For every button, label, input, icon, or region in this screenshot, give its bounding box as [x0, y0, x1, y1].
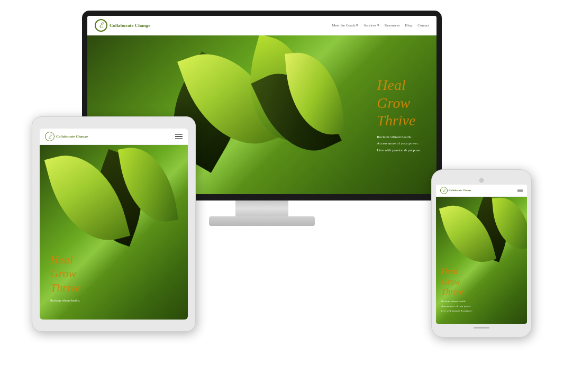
phone-logo: ℰ Collaborate Change — [440, 187, 471, 194]
subtitle-line1: Reclaim vibrant health. — [377, 134, 421, 141]
phone-hero-overlay: Heal Grow Thrive Reclaim vibrant health.… — [441, 266, 472, 313]
monitor-hero-line3: Thrive — [377, 112, 421, 130]
phone-hero: Heal Grow Thrive Reclaim vibrant health.… — [436, 197, 527, 324]
phone-hero-line2: Grow — [441, 277, 472, 287]
phone-screen: ℰ Collaborate Change — [436, 185, 527, 324]
tablet-frame: ℰ Collaborate Change — [32, 116, 196, 332]
phone-camera — [479, 178, 484, 183]
phone: ℰ Collaborate Change — [431, 169, 532, 338]
tablet-hero-line3: Thrive — [50, 281, 80, 295]
monitor-hero-overlay: Heal Grow Thrive Reclaim vibrant health.… — [377, 76, 421, 154]
phone-subtitle-line2: Access more of your power. — [441, 304, 472, 308]
phone-subtitle-line3: Live with passion & purpose. — [441, 308, 472, 313]
nav-services[interactable]: Services ▾ — [363, 23, 379, 28]
subtitle-line2: Access more of your power. — [377, 140, 421, 147]
subtitle-line3: Live with passion & purpose. — [377, 147, 421, 154]
monitor-logo: ℰ Collaborate Change — [95, 19, 150, 32]
phone-subtitle-line1: Reclaim vibrant health. — [441, 299, 472, 304]
monitor-hero-line2: Grow — [377, 94, 421, 112]
phone-hero-title: Heal Grow Thrive — [441, 266, 472, 297]
monitor-stand-base — [209, 216, 315, 226]
hamburger-menu-icon[interactable] — [175, 134, 183, 139]
monitor-hero-title: Heal Grow Thrive — [377, 76, 421, 130]
tablet-hero-subtitle: Reclaim vibrant health. — [50, 298, 80, 304]
nav-contact[interactable]: Contact — [417, 23, 429, 28]
monitor-hero-subtitle: Reclaim vibrant health. Access more of y… — [377, 134, 421, 154]
tablet-subtitle-line1: Reclaim vibrant health. — [50, 298, 80, 304]
tablet-logo: ℰ Collaborate Change — [45, 132, 88, 141]
tablet-hero-overlay: Heal Grow Thrive Reclaim vibrant health. — [50, 253, 80, 304]
tablet-hero-title: Heal Grow Thrive — [50, 253, 80, 295]
phone-hamburger-icon[interactable] — [517, 189, 523, 192]
phone-hero-line3: Thrive — [441, 287, 472, 297]
nav-resources[interactable]: Resources — [385, 23, 400, 28]
nav-blog[interactable]: Blog — [405, 23, 413, 28]
monitor-logo-text: Collaborate Change — [110, 23, 150, 29]
monitor-nav: Meet the Coach ▾ Services ▾ Resources Bl… — [332, 23, 429, 28]
monitor-navbar: ℰ Collaborate Change Meet the Coach ▾ Se… — [87, 16, 436, 35]
tablet-hero-line2: Grow — [50, 267, 80, 280]
scene: ℰ Collaborate Change Meet the Coach ▾ Se… — [0, 0, 582, 392]
tablet-navbar: ℰ Collaborate Change — [40, 129, 188, 145]
tablet-hero-line1: Heal — [50, 253, 80, 267]
tablet-screen: ℰ Collaborate Change — [40, 129, 188, 320]
nav-meet-coach[interactable]: Meet the Coach ▾ — [332, 23, 358, 28]
phone-hero-line1: Heal — [441, 266, 472, 276]
phone-home-button[interactable] — [474, 327, 489, 329]
monitor-stand-neck — [235, 200, 288, 216]
phone-navbar: ℰ Collaborate Change — [436, 185, 527, 197]
monitor-hero-line1: Heal — [377, 76, 421, 94]
phone-hero-subtitle: Reclaim vibrant health. Access more of y… — [441, 299, 472, 313]
tablet-hero: Heal Grow Thrive Reclaim vibrant health. — [40, 145, 188, 320]
tablet-logo-text: Collaborate Change — [56, 134, 88, 139]
phone-logo-icon: ℰ — [440, 187, 448, 194]
phone-frame: ℰ Collaborate Change — [431, 169, 532, 338]
phone-logo-text: Collaborate Change — [449, 189, 471, 192]
tablet: ℰ Collaborate Change — [32, 116, 196, 332]
monitor-logo-icon: ℰ — [95, 19, 107, 32]
tablet-logo-icon: ℰ — [45, 132, 54, 141]
